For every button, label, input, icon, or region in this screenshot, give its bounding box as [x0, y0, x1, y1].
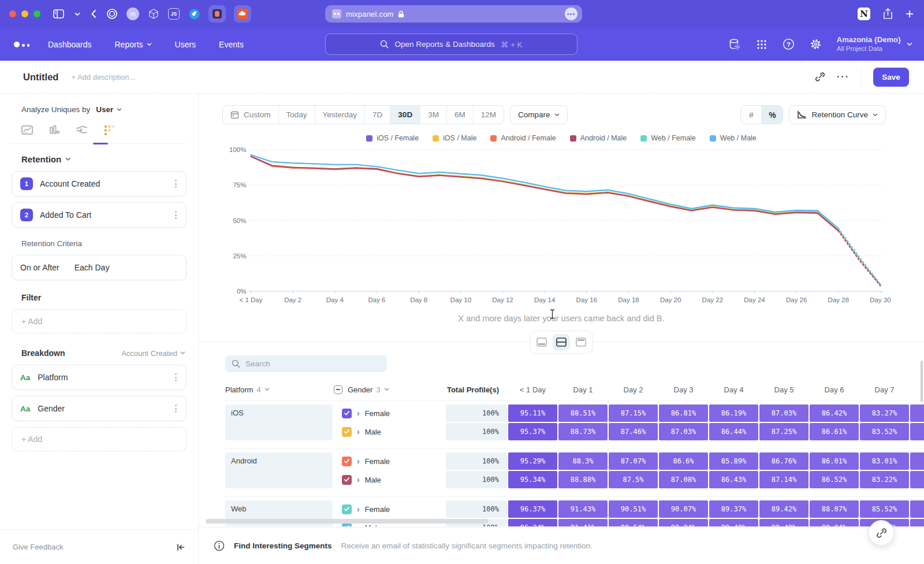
retention-cell[interactable]: 95.37% — [508, 423, 557, 440]
m-circle-icon[interactable]: m — [126, 8, 139, 20]
chart-view-selector[interactable]: Retention Curve — [789, 105, 886, 124]
expand-row-icon[interactable]: › — [357, 524, 360, 526]
new-tab-icon[interactable]: + — [906, 7, 914, 21]
retention-cell[interactable]: 96.34% — [508, 519, 557, 526]
retention-cell[interactable]: 83.3% — [910, 519, 924, 526]
notion-icon[interactable]: N — [858, 8, 870, 20]
address-bar[interactable]: mixpanel.com ••• — [325, 5, 582, 23]
url-more-button[interactable]: ••• — [565, 8, 578, 20]
platform-column-header[interactable]: Platform4 — [225, 385, 333, 394]
horizontal-scrollbar[interactable] — [206, 519, 489, 524]
retention-line-chart[interactable]: 0%25%50%75%100%< 1 DayDay 2Day 4Day 6Day… — [225, 145, 892, 308]
minimize-window-button[interactable] — [21, 10, 28, 17]
breakdown-item[interactable]: AaGender — [12, 396, 187, 421]
retention-cell[interactable]: 88.07% — [810, 500, 859, 518]
table-search-input[interactable]: Search — [225, 355, 387, 372]
legend-item[interactable]: Web / Female — [640, 134, 696, 142]
more-options-icon[interactable]: ··· — [837, 72, 850, 82]
retention-cell[interactable]: 86.52% — [810, 471, 859, 488]
retention-cell[interactable]: 89.48% — [709, 519, 758, 526]
breakdown-item[interactable]: AaPlatform — [12, 365, 187, 390]
retention-cell[interactable]: 90.54% — [609, 519, 658, 526]
tab-insights[interactable] — [21, 124, 33, 136]
cube-icon[interactable] — [147, 8, 160, 20]
retention-cell[interactable]: 86.43% — [709, 471, 758, 488]
expand-row-icon[interactable]: › — [357, 505, 360, 513]
retention-cell[interactable]: 81.0% — [910, 471, 924, 488]
retention-cell[interactable]: 95.34% — [508, 471, 557, 488]
back-icon[interactable] — [91, 9, 96, 18]
row-checkbox[interactable] — [342, 409, 352, 418]
legend-item[interactable]: Web / Male — [710, 134, 757, 142]
retention-cell[interactable]: 87.46% — [609, 423, 658, 440]
day-column-header[interactable]: Day 3 — [659, 385, 708, 394]
percent-toggle[interactable]: % — [762, 106, 783, 124]
retention-cell[interactable]: 86.6% — [659, 452, 708, 470]
table-row[interactable]: ›Male — [334, 423, 445, 440]
retention-cell[interactable]: 81.4% — [910, 423, 924, 440]
tab-flows[interactable] — [76, 124, 88, 136]
retention-cell[interactable]: 86.01% — [810, 452, 859, 470]
save-button[interactable]: Save — [873, 68, 909, 87]
expand-row-icon[interactable]: › — [357, 476, 360, 484]
global-search[interactable]: Open Reports & Dashboards ⌘ + K — [325, 34, 578, 55]
add-breakdown-button[interactable]: + Add — [12, 427, 187, 451]
platform-cell[interactable]: Android — [225, 452, 333, 488]
day-column-header[interactable]: Day 5 — [759, 385, 808, 394]
total-column-header[interactable]: Total Profile(s) — [446, 385, 507, 394]
retention-cell[interactable]: 87.15% — [609, 405, 658, 422]
nav-item-events[interactable]: Events — [219, 40, 244, 49]
retention-cell[interactable]: 86.19% — [709, 405, 758, 422]
retention-cell[interactable]: 80.8% — [910, 452, 924, 470]
retention-cell[interactable]: 90.04% — [659, 519, 708, 526]
layout-table-only-button[interactable] — [572, 334, 590, 350]
layout-split-button[interactable] — [553, 334, 570, 350]
apps-grid-icon[interactable] — [756, 39, 767, 50]
legend-item[interactable]: iOS / Female — [366, 134, 419, 142]
nav-item-dashboards[interactable]: Dashboards — [48, 40, 92, 49]
retention-cell[interactable]: 87.14% — [759, 471, 808, 488]
table-row[interactable]: ›Female — [334, 500, 445, 518]
retention-cell[interactable]: 88.51% — [558, 405, 608, 422]
nav-item-users[interactable]: Users — [175, 40, 196, 49]
give-feedback-link[interactable]: Give Feedback — [13, 543, 63, 551]
retention-step[interactable]: 1Account Created — [12, 171, 187, 196]
zoom-window-button[interactable] — [33, 10, 40, 17]
retention-cell[interactable]: 85.52% — [860, 500, 909, 518]
help-icon[interactable]: ? — [783, 38, 795, 50]
retention-cell[interactable]: 87.03% — [659, 423, 708, 440]
nav-item-reports[interactable]: Reports — [115, 40, 152, 49]
close-window-button[interactable] — [9, 10, 16, 17]
segments-title[interactable]: Find Interesting Segments — [234, 541, 332, 550]
settings-gear-icon[interactable] — [810, 38, 822, 50]
more-options-icon[interactable] — [173, 177, 179, 190]
data-management-icon[interactable] — [728, 38, 741, 51]
retention-cell[interactable]: 95.11% — [508, 405, 557, 422]
range-7d[interactable]: 7D — [365, 106, 390, 124]
retention-cell[interactable]: 86.81% — [659, 405, 708, 422]
range-30d[interactable]: 30D — [390, 106, 420, 124]
analyze-entity-selector[interactable]: User — [96, 105, 113, 114]
range-yesterday[interactable]: Yesterday — [315, 106, 366, 124]
gender-column-header[interactable]: Gender3 — [334, 385, 445, 394]
expand-row-icon[interactable]: › — [357, 409, 360, 417]
day-column-header[interactable]: Day 7 — [860, 385, 909, 394]
layout-chart-only-button[interactable] — [533, 334, 550, 350]
retention-cell[interactable]: 86.76% — [759, 452, 808, 470]
retention-cell[interactable]: 88.88% — [558, 471, 608, 488]
collapse-sidebar-icon[interactable] — [176, 543, 185, 552]
count-toggle[interactable]: # — [741, 106, 762, 124]
tab-funnels[interactable] — [49, 124, 60, 136]
expand-row-icon[interactable]: › — [357, 457, 360, 465]
retention-cell[interactable]: 85.89% — [709, 452, 758, 470]
retention-cell[interactable]: 91.43% — [558, 500, 608, 518]
mixpanel-logo[interactable] — [14, 42, 29, 47]
retention-cell[interactable]: 87.08% — [659, 471, 708, 488]
range-today[interactable]: Today — [279, 106, 315, 124]
criteria-mode[interactable]: On or After — [20, 263, 59, 272]
day-column-header[interactable]: Day 6 — [810, 385, 859, 394]
share-link-floating-button[interactable] — [869, 520, 894, 546]
retention-section-title[interactable]: Retention — [21, 154, 61, 164]
account-switcher[interactable]: Amazonia {Demo}All Project Data — [837, 35, 912, 53]
retention-cell[interactable]: 96.37% — [508, 500, 557, 518]
